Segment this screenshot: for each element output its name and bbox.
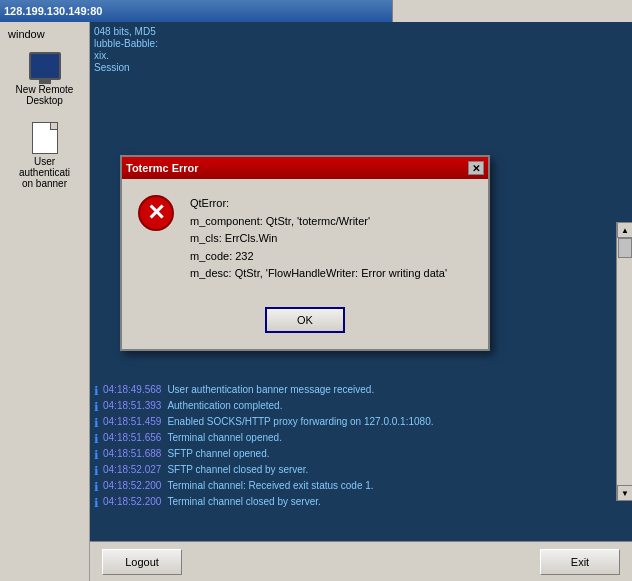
dialog-text-line-2: m_cls: ErrCls.Win [190,230,472,248]
dialog-overlay: Totermc Error ✕ ✕ QtError:m_component: Q… [0,0,632,581]
ok-button[interactable]: OK [265,307,345,333]
dialog-text-line-1: m_component: QtStr, 'totermc/Writer' [190,213,472,231]
error-circle-icon: ✕ [138,195,174,231]
dialog-title: Totermc Error [126,162,199,174]
dialog-title-bar: Totermc Error ✕ [122,157,488,179]
dialog-buttons: OK [122,299,488,349]
error-dialog: Totermc Error ✕ ✕ QtError:m_component: Q… [120,155,490,351]
dialog-text-line-3: m_code: 232 [190,248,472,266]
dialog-text-line-0: QtError: [190,195,472,213]
dialog-close-button[interactable]: ✕ [468,161,484,175]
main-window: 128.199.130.149:80 − □ ✕ vices C2S S2C S… [0,0,632,581]
error-icon: ✕ [138,195,178,235]
dialog-text-line-4: m_desc: QtStr, 'FlowHandleWriter: Error … [190,265,472,283]
dialog-text: QtError:m_component: QtStr, 'totermc/Wri… [190,195,472,283]
dialog-content: ✕ QtError:m_component: QtStr, 'totermc/W… [122,179,488,299]
